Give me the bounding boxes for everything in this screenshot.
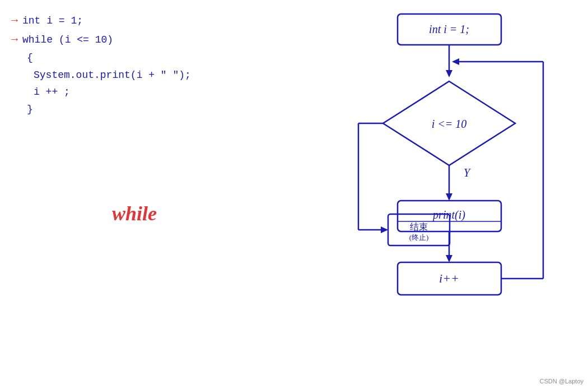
svg-marker-3 xyxy=(446,70,452,77)
code-area: → int i = 1; → while (i <= 10) { System.… xyxy=(11,11,280,118)
svg-text:结束: 结束 xyxy=(410,222,428,231)
code-text-3: { xyxy=(27,49,33,67)
code-line-3: { xyxy=(11,49,280,67)
svg-text:i++: i++ xyxy=(439,271,459,285)
code-line-2: → while (i <= 10) xyxy=(11,30,280,49)
code-text-1: int i = 1; xyxy=(22,12,83,30)
svg-marker-26 xyxy=(452,58,459,65)
code-text-4: System.out.print(i + " "); xyxy=(34,67,191,84)
svg-marker-9 xyxy=(381,226,388,233)
svg-text:int i = 1;: int i = 1; xyxy=(429,23,469,35)
arrow-2: → xyxy=(11,30,18,49)
flowchart: int i = 1; i <= 10 结束 (终止) Y print(i) i+… xyxy=(336,6,571,387)
code-line-6: } xyxy=(11,101,280,118)
svg-marker-15 xyxy=(446,193,452,201)
code-text-5: i ++ ; xyxy=(34,84,70,101)
code-text-6: } xyxy=(27,101,33,118)
svg-text:(终止): (终止) xyxy=(409,233,429,242)
code-line-5: i ++ ; xyxy=(34,84,280,101)
svg-text:Y: Y xyxy=(464,166,471,179)
svg-text:print(i): print(i) xyxy=(432,209,465,221)
code-text-2: while (i <= 10) xyxy=(22,31,113,49)
svg-text:i <= 10: i <= 10 xyxy=(432,118,467,130)
while-label: while xyxy=(112,202,157,225)
code-line-1: → int i = 1; xyxy=(11,11,280,30)
code-line-4: System.out.print(i + " "); xyxy=(34,67,280,84)
watermark: CSDN @Laptoy xyxy=(540,378,584,385)
arrow-1: → xyxy=(11,11,18,30)
svg-marker-20 xyxy=(446,255,452,262)
